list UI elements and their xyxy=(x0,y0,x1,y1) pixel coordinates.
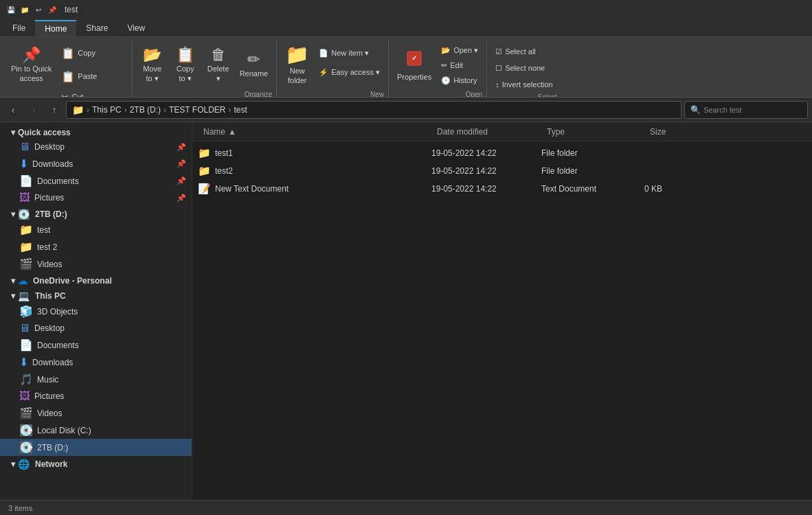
file-size-new-text: 0 KB xyxy=(644,184,713,194)
up-button[interactable]: ↑ xyxy=(45,101,63,119)
address-bar[interactable]: 📁 › This PC › 2TB (D:) › TEST FOLDER › t… xyxy=(66,101,681,119)
sidebar-item-test2[interactable]: 📁 test 2 xyxy=(0,238,192,255)
pin-icon[interactable]: 📌 xyxy=(47,4,58,15)
tab-home[interactable]: Home xyxy=(35,20,76,36)
onedrive-chevron: ▾ xyxy=(11,276,15,286)
search-bar[interactable]: 🔍 Search test xyxy=(684,101,808,119)
delete-button[interactable]: 🗑 Delete▾ xyxy=(203,41,234,89)
test-label: test xyxy=(37,225,186,235)
sidebar-item-music[interactable]: 🎵 Music xyxy=(0,371,192,388)
copy-to-button[interactable]: 📋 Copyto ▾ xyxy=(170,41,201,89)
open-icon: 📂 xyxy=(441,46,451,55)
sidebar-item-2tb-drive[interactable]: 💽 2TB (D:) xyxy=(0,439,192,456)
column-date-header[interactable]: Date modified xyxy=(431,127,541,137)
onedrive-header[interactable]: ▾ ☁ OneDrive - Personal xyxy=(0,273,192,288)
onedrive-icon: ☁ xyxy=(18,275,27,286)
column-type-header[interactable]: Type xyxy=(541,127,644,137)
folder-icon-test1: 📁 xyxy=(198,147,211,159)
downloads-icon: ⬇ xyxy=(19,157,28,170)
table-row[interactable]: 📁 test1 19-05-2022 14:22 File folder xyxy=(192,144,812,162)
sidebar-item-pictures-pc[interactable]: 🖼 Pictures xyxy=(0,388,192,404)
copy-icon: 📋 xyxy=(61,48,75,59)
sidebar-item-local-disk[interactable]: 💽 Local Disk (C:) xyxy=(0,422,192,439)
table-row[interactable]: 📁 test2 19-05-2022 14:22 File folder xyxy=(192,162,812,180)
file-name-test1: 📁 test1 xyxy=(198,147,431,159)
sidebar-item-documents-pc[interactable]: 📄 Documents xyxy=(0,336,192,354)
save-icon[interactable]: 💾 xyxy=(5,4,16,15)
breadcrumb-test-folder[interactable]: TEST FOLDER xyxy=(169,105,225,115)
pin-indicator-2: 📌 xyxy=(177,159,186,168)
invert-selection-button[interactable]: ↕ Invert selection xyxy=(491,77,556,92)
forward-button[interactable]: › xyxy=(25,101,43,119)
2tb-drive-label: 2TB (D:) xyxy=(37,443,186,453)
open-button[interactable]: 📂 Open ▾ xyxy=(437,43,482,58)
nav-bar: ‹ › ↑ 📁 › This PC › 2TB (D:) › TEST FOLD… xyxy=(0,98,812,122)
downloads-pc-label: Downloads xyxy=(32,358,186,367)
tab-share[interactable]: Share xyxy=(76,20,117,36)
undo-icon[interactable]: ↩ xyxy=(33,4,44,15)
new-item-button[interactable]: 📄 New item ▾ xyxy=(315,44,384,62)
edit-icon: ✏ xyxy=(441,61,447,70)
folder-icon[interactable]: 📁 xyxy=(19,4,30,15)
history-button[interactable]: 🕒 History xyxy=(437,73,482,88)
text-doc-icon: 📝 xyxy=(198,183,211,195)
back-button[interactable]: ‹ xyxy=(4,101,22,119)
tab-view[interactable]: View xyxy=(117,20,155,36)
videos-pc-icon: 🎬 xyxy=(19,407,33,420)
select-none-icon: ☐ xyxy=(495,64,502,73)
delete-icon: 🗑 xyxy=(211,47,226,62)
move-to-button[interactable]: 📂 Moveto ▾ xyxy=(137,41,168,89)
local-disk-icon: 💽 xyxy=(19,424,33,437)
easy-access-button[interactable]: ⚡ Easy access ▾ xyxy=(315,63,384,81)
sidebar-item-pictures[interactable]: 🖼 Pictures 📌 xyxy=(0,190,192,206)
2tb-chevron: ▾ xyxy=(11,209,15,219)
rename-button[interactable]: ✏ Rename xyxy=(236,41,273,89)
sidebar-item-downloads[interactable]: ⬇ Downloads 📌 xyxy=(0,155,192,172)
3d-objects-icon: 🧊 xyxy=(19,305,33,318)
address-folder-icon: 📁 xyxy=(72,104,84,115)
select-all-button[interactable]: ☑ Select all xyxy=(491,44,556,59)
2tb-drive-icon-2: 💽 xyxy=(19,441,33,454)
breadcrumb-this-pc[interactable]: This PC xyxy=(92,105,122,115)
desktop-pc-label: Desktop xyxy=(34,323,186,333)
open-buttons: ✓ Properties 📂 Open ▾ ✏ Edit 🕒 History xyxy=(393,40,482,89)
quick-access-header[interactable]: ▾ Quick access xyxy=(0,125,192,139)
new-folder-button[interactable]: 📁 Newfolder xyxy=(281,41,313,89)
copy-button[interactable]: 📋 Copy xyxy=(57,43,127,65)
sidebar-item-downloads-pc[interactable]: ⬇ Downloads xyxy=(0,354,192,371)
2tb-header[interactable]: ▾ 💽 2TB (D:) xyxy=(0,206,192,221)
column-size-header[interactable]: Size xyxy=(644,127,713,137)
sidebar-item-documents[interactable]: 📄 Documents 📌 xyxy=(0,172,192,190)
sidebar-item-3d-objects[interactable]: 🧊 3D Objects xyxy=(0,303,192,320)
desktop-pc-icon: 🖥 xyxy=(19,322,30,334)
breadcrumb-2tb[interactable]: 2TB (D:) xyxy=(130,105,161,115)
edit-button[interactable]: ✏ Edit xyxy=(437,58,482,73)
tab-file[interactable]: File xyxy=(3,20,35,36)
sidebar-item-desktop[interactable]: 🖥 Desktop 📌 xyxy=(0,139,192,155)
organize-label: Organize xyxy=(245,89,273,98)
sidebar-item-videos-d[interactable]: 🎬 Videos xyxy=(0,255,192,273)
cut-button[interactable]: ✂ Cut xyxy=(57,89,127,98)
this-pc-icon: 💻 xyxy=(18,290,30,301)
sidebar-item-test[interactable]: 📁 test xyxy=(0,221,192,238)
column-name-header[interactable]: Name ▲ xyxy=(198,127,431,137)
network-icon: 🌐 xyxy=(18,459,30,470)
file-list: 📁 test1 19-05-2022 14:22 File folder 📁 t… xyxy=(192,141,812,500)
paste-button[interactable]: 📋 Paste xyxy=(57,66,127,88)
properties-button[interactable]: ✓ Properties xyxy=(393,41,436,89)
title-bar-icons: 💾 📁 ↩ 📌 xyxy=(5,4,58,15)
select-none-button[interactable]: ☐ Select none xyxy=(491,60,556,76)
ribbon-group-select: ☑ Select all ☐ Select none ↕ Invert sele… xyxy=(487,40,561,97)
network-header[interactable]: ▾ 🌐 Network xyxy=(0,456,192,471)
properties-icon: ✓ xyxy=(405,49,424,71)
pin-to-quick-access-button[interactable]: 📌 Pin to Quickaccess xyxy=(7,41,56,89)
this-pc-header[interactable]: ▾ 💻 This PC xyxy=(0,288,192,303)
breadcrumb-test[interactable]: test xyxy=(234,105,247,115)
quick-access-label: Quick access xyxy=(18,128,71,137)
sidebar-item-desktop-pc[interactable]: 🖥 Desktop xyxy=(0,320,192,336)
table-row[interactable]: 📝 New Text Document 19-05-2022 14:22 Tex… xyxy=(192,180,812,198)
pictures-pc-label: Pictures xyxy=(34,391,186,401)
sidebar-item-videos-pc[interactable]: 🎬 Videos xyxy=(0,404,192,422)
history-icon: 🕒 xyxy=(441,76,451,85)
organize-buttons: 📂 Moveto ▾ 📋 Copyto ▾ 🗑 Delete▾ ✏ Rename xyxy=(137,40,273,89)
